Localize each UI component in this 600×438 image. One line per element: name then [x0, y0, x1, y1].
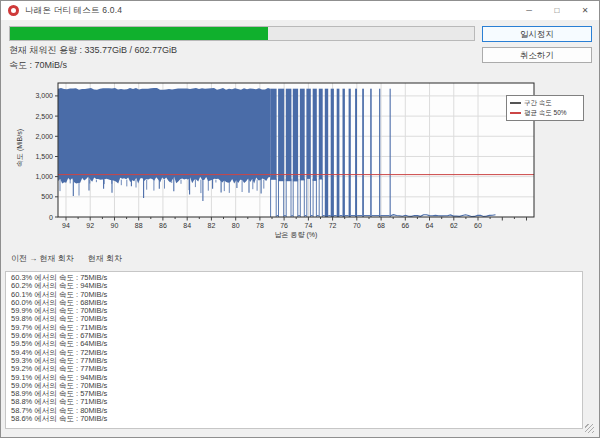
svg-text:66: 66 [401, 222, 409, 229]
progress-bar-fill [10, 27, 268, 40]
close-button[interactable]: ✕ [571, 1, 599, 20]
app-window: 나래온 더티 테스트 6.0.4 ─ □ ✕ 일시정지 취소하기 현재 채워진 … [0, 0, 600, 438]
svg-text:0: 0 [49, 214, 53, 221]
svg-text:60: 60 [474, 222, 482, 229]
x-axis-title: 남은 용량 (%) [236, 230, 356, 240]
capacity-label: 현재 채워진 용량 : 335.77GiB / 602.77GiB [9, 44, 177, 57]
interval-speed-line-swatch [510, 102, 521, 104]
svg-text:94: 94 [62, 222, 70, 229]
svg-text:2,000: 2,000 [35, 133, 53, 140]
pause-button[interactable]: 일시정지 [482, 26, 592, 42]
svg-text:82: 82 [208, 222, 216, 229]
resize-grip[interactable] [585, 424, 594, 433]
svg-text:88: 88 [135, 222, 143, 229]
svg-text:86: 86 [159, 222, 167, 229]
minimize-button[interactable]: ─ [515, 1, 543, 20]
maximize-button[interactable]: □ [543, 1, 571, 20]
svg-text:1,500: 1,500 [35, 153, 53, 160]
svg-text:68: 68 [377, 222, 385, 229]
tab-prev-to-current-round[interactable]: 이전 → 현재 회차 [11, 253, 74, 264]
list-item[interactable]: 58.6% 에서의 속도 : 70MiB/s [11, 415, 582, 423]
title-bar: 나래온 더티 테스트 6.0.4 ─ □ ✕ [1, 1, 599, 20]
chart-legend: 구간 속도 평균 속도 50% [506, 95, 584, 121]
window-controls: ─ □ ✕ [515, 1, 599, 20]
svg-text:70: 70 [353, 222, 361, 229]
svg-text:64: 64 [426, 222, 434, 229]
legend-item-average-speed: 평균 속도 50% [510, 108, 580, 118]
speed-label: 속도 : 70MiB/s [9, 59, 67, 72]
speed-chart: 9492908886848280787674727068666462600500… [9, 75, 593, 247]
legend-item-interval-speed: 구간 속도 [510, 98, 580, 108]
svg-text:78: 78 [256, 222, 264, 229]
svg-text:3,000: 3,000 [35, 92, 53, 99]
progress-bar [9, 26, 475, 41]
svg-text:76: 76 [280, 222, 288, 229]
window-title: 나래온 더티 테스트 6.0.4 [25, 5, 122, 17]
y-axis-title: 속도 (MiB/s) [15, 113, 25, 183]
svg-text:1,000: 1,000 [35, 173, 53, 180]
app-icon [8, 5, 19, 16]
svg-text:72: 72 [329, 222, 337, 229]
svg-text:92: 92 [86, 222, 94, 229]
svg-text:62: 62 [450, 222, 458, 229]
svg-text:74: 74 [305, 222, 313, 229]
svg-text:2,500: 2,500 [35, 113, 53, 120]
svg-text:84: 84 [183, 222, 191, 229]
legend-label: 구간 속도 [524, 99, 552, 108]
history-tabs: 이전 → 현재 회차 현재 회차 [11, 253, 122, 264]
svg-text:500: 500 [41, 193, 53, 200]
svg-text:90: 90 [111, 222, 119, 229]
speed-list[interactable]: 60.3% 에서의 속도 : 75MiB/s60.2% 에서의 속도 : 94M… [5, 271, 583, 429]
tab-current-round[interactable]: 현재 회차 [88, 253, 122, 264]
legend-label: 평균 속도 50% [524, 109, 567, 118]
cancel-button[interactable]: 취소하기 [482, 47, 592, 63]
average-speed-line-swatch [510, 112, 521, 114]
svg-text:80: 80 [232, 222, 240, 229]
